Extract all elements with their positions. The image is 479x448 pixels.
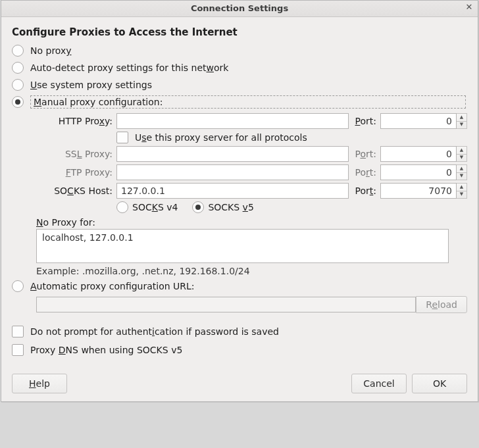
ok-button[interactable]: OK — [412, 374, 467, 393]
step-down-icon[interactable]: ▼ — [457, 173, 466, 180]
ftp-proxy-input[interactable] — [116, 164, 349, 180]
reload-button: Reload — [416, 296, 467, 313]
dialog-window: Connection Settings ✕ Configure Proxies … — [1, 0, 478, 402]
cancel-button[interactable]: Cancel — [351, 374, 407, 393]
socks-port-stepper[interactable]: ▲▼ — [457, 183, 467, 199]
ftp-port-input[interactable] — [380, 164, 457, 180]
checkbox-icon — [116, 132, 128, 143]
radio-icon — [12, 280, 24, 292]
radio-socks-v4[interactable] — [116, 201, 128, 213]
step-up-icon[interactable]: ▲ — [457, 114, 466, 122]
socks-v4-label: SOCKS v4 — [132, 202, 178, 212]
socks-host-input[interactable] — [116, 183, 349, 199]
dialog-content: Configure Proxies to Access the Internet… — [1, 17, 478, 401]
proxy-dns-label: Proxy DNS when using SOCKS v5 — [30, 345, 182, 355]
radio-auto-detect[interactable]: Auto-detect proxy settings for this netw… — [12, 59, 467, 76]
radio-icon — [12, 79, 24, 91]
noprompt-auth-label: Do not prompt for authentication if pass… — [30, 326, 279, 337]
use-for-all-label: Use this proxy server for all protocols — [135, 132, 307, 143]
title-bar: Connection Settings ✕ — [1, 1, 478, 17]
step-up-icon[interactable]: ▲ — [457, 184, 466, 191]
ssl-proxy-row: SSL Proxy: Port: ▲▼ — [36, 146, 467, 162]
close-icon[interactable]: ✕ — [465, 3, 474, 12]
step-down-icon[interactable]: ▼ — [457, 155, 466, 162]
checkbox-noprompt-auth[interactable]: Do not prompt for authentication if pass… — [12, 322, 467, 341]
socks-port-label: Port: — [355, 186, 376, 196]
radio-manual-proxy[interactable]: Manual proxy configuration: — [12, 93, 467, 111]
checkbox-icon — [12, 344, 24, 356]
radio-auto-detect-label: Auto-detect proxy settings for this netw… — [30, 62, 467, 73]
ftp-port-stepper[interactable]: ▲▼ — [457, 164, 467, 180]
help-button[interactable]: Help — [12, 374, 67, 393]
radio-icon — [12, 62, 24, 74]
http-proxy-input[interactable] — [116, 113, 349, 129]
manual-proxy-grid: HTTP Proxy: Port: ▲▼ Use this proxy serv… — [36, 113, 467, 276]
radio-manual-proxy-label: Manual proxy configuration: — [30, 95, 466, 109]
ssl-proxy-label: SSL Proxy: — [36, 149, 116, 159]
checkbox-icon — [12, 326, 24, 337]
socks-version-row: SOCKS v4 SOCKS v5 — [116, 201, 467, 213]
step-down-icon[interactable]: ▼ — [457, 191, 466, 199]
ssl-port-label: Port: — [355, 149, 377, 159]
ssl-proxy-input[interactable] — [116, 146, 349, 162]
radio-auto-config-url-label: Automatic proxy configuration URL: — [30, 281, 467, 291]
http-proxy-row: HTTP Proxy: Port: ▲▼ — [36, 113, 467, 129]
auto-config-url-input — [36, 297, 416, 312]
no-proxy-example: Example: .mozilla.org, .net.nz, 192.168.… — [36, 266, 467, 276]
radio-no-proxy[interactable]: No proxy — [12, 42, 467, 59]
radio-system-proxy-label: Use system proxy settings — [30, 80, 467, 90]
radio-auto-config-url[interactable]: Automatic proxy configuration URL: — [12, 278, 467, 295]
use-for-all-row[interactable]: Use this proxy server for all protocols — [116, 132, 467, 143]
http-port-stepper[interactable]: ▲▼ — [457, 113, 467, 129]
step-down-icon[interactable]: ▼ — [457, 122, 466, 129]
ftp-port-label: Port: — [355, 167, 377, 178]
no-proxy-textarea[interactable] — [36, 229, 449, 263]
no-proxy-for-label: No Proxy for: — [36, 217, 467, 228]
http-port-label: Port: — [355, 116, 376, 126]
socks-port-input[interactable] — [380, 183, 457, 199]
dialog-footer: Help Cancel OK — [12, 374, 467, 393]
ssl-port-input[interactable] — [380, 146, 457, 162]
section-heading: Configure Proxies to Access the Internet — [12, 26, 467, 38]
socks-v5-label: SOCKS v5 — [208, 202, 253, 212]
radio-icon — [12, 45, 24, 57]
window-title: Connection Settings — [191, 3, 288, 13]
http-port-input[interactable] — [380, 113, 457, 129]
http-proxy-label: HTTP Proxy: — [36, 116, 116, 126]
socks-host-label: SOCKS Host: — [36, 186, 116, 196]
radio-system-proxy[interactable]: Use system proxy settings — [12, 76, 467, 93]
radio-no-proxy-label: No proxy — [30, 45, 467, 56]
ftp-proxy-label: FTP Proxy: — [36, 167, 116, 178]
ftp-proxy-row: FTP Proxy: Port: ▲▼ — [36, 164, 467, 180]
checkbox-proxy-dns[interactable]: Proxy DNS when using SOCKS v5 — [12, 341, 467, 359]
footer-right-buttons: Cancel OK — [351, 374, 467, 393]
auto-config-row: Reload — [36, 296, 467, 313]
step-up-icon[interactable]: ▲ — [457, 147, 466, 155]
bottom-options: Do not prompt for authentication if pass… — [12, 322, 467, 359]
step-up-icon[interactable]: ▲ — [457, 165, 466, 173]
radio-socks-v5[interactable] — [192, 201, 204, 213]
socks-host-row: SOCKS Host: Port: ▲▼ — [36, 183, 467, 199]
ssl-port-stepper[interactable]: ▲▼ — [457, 146, 467, 162]
radio-icon — [12, 96, 24, 108]
